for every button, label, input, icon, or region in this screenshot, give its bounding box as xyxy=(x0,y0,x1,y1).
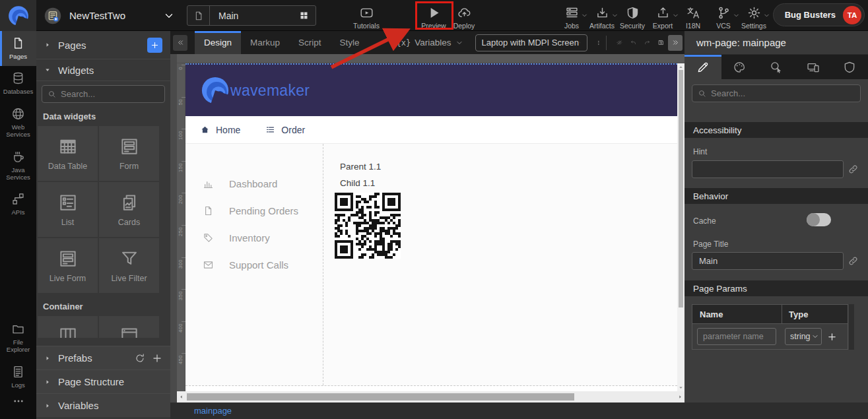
menu-support-calls[interactable]: Support Calls xyxy=(185,251,323,278)
inspector-tabs xyxy=(684,55,868,79)
chevron-down-icon[interactable] xyxy=(163,10,175,22)
widget-form[interactable]: Form xyxy=(99,126,159,181)
action-vcs[interactable]: VCS xyxy=(708,2,739,30)
divider xyxy=(209,6,210,25)
widget-search-input[interactable] xyxy=(61,89,159,99)
qr-code-image xyxy=(335,193,401,259)
scroll-up-icon[interactable] xyxy=(678,64,684,70)
canvas-horizontal-scrollbar[interactable] xyxy=(177,391,684,403)
scroll-left-icon[interactable] xyxy=(178,394,184,400)
ellipsis-icon xyxy=(13,395,24,407)
hint-input[interactable] xyxy=(692,160,844,178)
scrollbar-thumb[interactable] xyxy=(187,393,574,401)
widget-container-panel[interactable] xyxy=(99,316,159,338)
menu-pending-orders[interactable]: Pending Orders xyxy=(185,197,323,224)
tab-security[interactable] xyxy=(831,55,868,79)
widget-cards[interactable]: Cards xyxy=(99,182,159,237)
rail-pages[interactable]: Pages xyxy=(0,31,36,66)
tab-styles[interactable] xyxy=(721,55,758,79)
action-i18n[interactable]: I18N xyxy=(678,2,708,30)
action-jobs[interactable]: Jobs xyxy=(556,2,587,30)
save-icon[interactable] xyxy=(658,36,664,49)
canvas-vertical-scrollbar[interactable] xyxy=(677,63,684,391)
add-param-button[interactable] xyxy=(822,324,842,349)
more-options-icon[interactable] xyxy=(596,37,601,49)
canvas-tab[interactable]: Markup xyxy=(241,31,289,54)
action-tutorials[interactable]: Tutorials xyxy=(347,2,386,30)
page-selector[interactable]: Main xyxy=(187,5,316,26)
undo-icon[interactable] xyxy=(630,36,636,49)
team-pill[interactable]: Bug Busters TA xyxy=(773,3,865,26)
bind-page-title-icon[interactable] xyxy=(848,255,859,267)
tab-devices[interactable] xyxy=(795,55,832,79)
nav-order[interactable]: Order xyxy=(265,125,305,135)
redo-icon[interactable] xyxy=(644,36,650,49)
project-switcher[interactable]: NewTestTwo xyxy=(44,0,175,31)
action-deploy[interactable]: Deploy xyxy=(449,2,479,30)
widget-grid: Data Table Form List Cards xyxy=(36,126,170,293)
device-selector[interactable]: Laptop with MDPI Screen xyxy=(475,34,587,51)
left-rail: Pages Databases Web Services Java Servic… xyxy=(0,31,36,419)
param-type-select[interactable]: string xyxy=(785,328,822,345)
grid-icon[interactable] xyxy=(299,11,309,20)
preview-eye-icon[interactable] xyxy=(617,36,622,49)
canvas-tab[interactable]: Design xyxy=(195,31,241,54)
widget-search xyxy=(42,85,165,103)
accordion-prefabs[interactable]: Prefabs xyxy=(36,346,170,370)
rail-logs[interactable]: Logs xyxy=(0,360,36,395)
action-export[interactable]: Export xyxy=(648,2,678,30)
expand-right-icon xyxy=(44,379,51,385)
widgets-accordion[interactable]: Widgets xyxy=(36,59,170,81)
bind-hint-icon[interactable] xyxy=(848,164,859,175)
variables-button[interactable]: {x} Variables xyxy=(397,38,463,48)
widget-live-filter[interactable]: Live Filter xyxy=(99,238,159,293)
wavemaker-logo[interactable] xyxy=(0,0,36,31)
vertical-ruler: 050100150200250300350400450 xyxy=(177,63,185,391)
rail-more-button[interactable] xyxy=(0,395,36,407)
rail-file-explorer[interactable]: File Explorer xyxy=(0,317,36,360)
action-settings[interactable]: Settings xyxy=(739,2,769,30)
scroll-right-icon[interactable] xyxy=(677,394,683,400)
menu-inventory[interactable]: Inventory xyxy=(185,224,323,251)
action-preview[interactable]: Preview xyxy=(418,2,449,30)
scroll-down-icon[interactable] xyxy=(678,385,684,391)
add-page-button[interactable] xyxy=(147,38,162,53)
child-label: Child 1.1 xyxy=(340,178,677,188)
pages-accordion[interactable]: Pages xyxy=(36,31,170,59)
expand-inspector-button[interactable] xyxy=(668,35,683,51)
rail-apis[interactable]: APIs xyxy=(0,187,36,222)
accordion-page-structure[interactable]: Page Structure xyxy=(36,370,170,393)
canvas-tab[interactable]: Script xyxy=(289,31,331,54)
cache-toggle[interactable] xyxy=(807,213,831,226)
page-title-input[interactable] xyxy=(692,252,844,270)
page-tab[interactable]: mainpage xyxy=(194,406,232,416)
page-header-widget[interactable]: wavemaker xyxy=(185,63,677,116)
rail-web-services[interactable]: Web Services xyxy=(0,102,36,145)
widget-data-table[interactable]: Data Table xyxy=(38,126,98,181)
search-icon xyxy=(698,89,706,98)
variables-icon: {x} xyxy=(397,38,411,48)
collapse-panel-button[interactable] xyxy=(173,35,187,51)
tab-properties[interactable] xyxy=(684,55,721,79)
action-security[interactable]: Security xyxy=(617,2,648,30)
canvas-tab[interactable]: Style xyxy=(331,31,369,54)
widget-container-layout[interactable] xyxy=(38,316,98,338)
avatar[interactable]: TA xyxy=(843,6,861,24)
menu-dashboard[interactable]: Dashboard xyxy=(185,170,323,197)
design-canvas-page[interactable]: wavemaker Home Order xyxy=(185,63,677,391)
accordion-variables[interactable]: Variables xyxy=(36,393,170,417)
params-table-row: string xyxy=(692,324,848,349)
brand-text: wavemaker xyxy=(230,82,310,100)
accordion-action-icons[interactable] xyxy=(135,353,162,364)
widget-live-form[interactable]: Live Form xyxy=(38,238,98,293)
property-search-input[interactable] xyxy=(711,88,855,98)
widget-list[interactable]: List xyxy=(38,182,98,237)
plus-icon xyxy=(827,332,837,342)
action-artifacts[interactable]: Artifacts xyxy=(587,2,617,30)
rail-databases[interactable]: Databases xyxy=(0,66,36,101)
param-name-input[interactable] xyxy=(697,328,776,345)
nav-home[interactable]: Home xyxy=(200,125,240,135)
tab-events[interactable] xyxy=(758,55,795,79)
rail-java-services[interactable]: Java Services xyxy=(0,145,36,187)
scrollbar-thumb[interactable] xyxy=(679,70,683,307)
